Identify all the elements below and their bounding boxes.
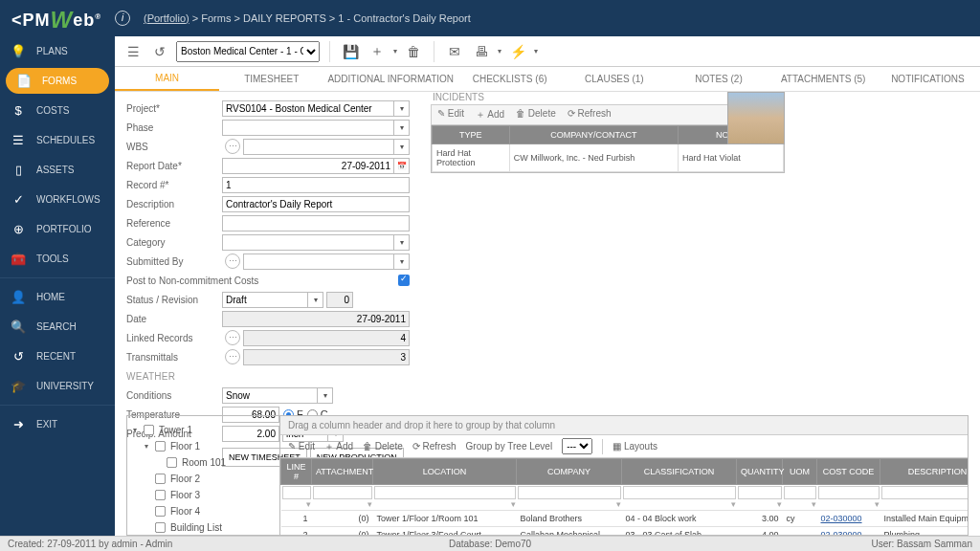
grid-edit-button[interactable]: ✎ Edit [288,441,315,452]
grid-filter-input[interactable] [784,486,816,499]
subby-field[interactable] [243,253,394,270]
wbs-dd[interactable]: ▾ [394,139,410,155]
subby-dd[interactable]: ▾ [394,253,410,270]
grid-col-header[interactable]: UOM [783,459,817,485]
history-icon[interactable]: ↺ [149,41,170,62]
reportdate-field[interactable] [222,158,394,174]
ref-field[interactable] [222,215,410,231]
grid-group-select[interactable]: --- [562,438,592,454]
tab-main[interactable]: MAIN [115,67,219,91]
post-checkbox[interactable] [398,275,410,286]
tab-attachments-5-[interactable]: ATTACHMENTS (5) [771,68,876,90]
nav-costs[interactable]: $COSTS [0,96,115,125]
info-icon[interactable]: i [115,11,130,26]
bc-daily-reports[interactable]: DAILY REPORTS [243,12,326,24]
grid-col-header[interactable]: ATTACHMENT [312,459,373,485]
cat-field[interactable] [222,234,394,251]
tree-checkbox[interactable] [155,490,166,500]
add-icon[interactable]: ＋ [367,41,388,62]
nav-plans[interactable]: 💡PLANS [0,36,115,66]
tab-timesheet[interactable]: TIMESHEET [219,68,323,90]
inc-refresh-button[interactable]: ⟳ Refresh [568,108,612,121]
nav-assets[interactable]: ▯ASSETS [0,155,115,185]
cost-code-link[interactable]: 02-030000 [821,530,862,535]
grid-col-header[interactable]: QUANTITY [737,459,783,485]
grid-col-header[interactable]: LOCATION [373,459,517,485]
phase-field[interactable] [222,120,394,136]
record-select[interactable]: Boston Medical Center - 1 - Contract [176,41,320,62]
tree-node[interactable]: Floor 3 [133,487,274,503]
tree-checkbox[interactable] [155,474,166,484]
tree-node[interactable]: ▾Tower 1 [133,422,274,438]
save-icon[interactable]: 💾 [340,41,361,62]
tree-checkbox[interactable] [144,425,154,435]
cond-dd[interactable]: ▾ [318,387,333,404]
nav-workflows[interactable]: ✓WORKFLOWS [0,185,115,214]
nav-forms[interactable]: 📄FORMS [6,68,109,94]
list-view-icon[interactable]: ☰ [122,41,144,62]
grid-filter-input[interactable] [518,486,621,499]
nav-home[interactable]: 👤HOME [0,282,115,312]
nav-search[interactable]: 🔍SEARCH [0,312,115,342]
tab-checklists-6-[interactable]: CHECKLISTS (6) [457,68,562,90]
grid-layouts-button[interactable]: ▦ Layouts [612,441,657,452]
print-icon[interactable]: 🖶 [471,41,492,62]
tree-node[interactable]: Building List [133,519,274,535]
grid-col-header[interactable]: CLASSIFICATION [622,459,737,485]
tree-checkbox[interactable] [167,457,177,468]
tab-notifications[interactable]: NOTIFICATIONS [876,68,980,90]
cost-code-link[interactable]: 02-030000 [821,514,862,523]
recordno-field[interactable] [222,177,410,193]
grid-refresh-button[interactable]: ⟳ Refresh [412,441,457,452]
group-by-bar[interactable]: Drag a column header and drop it here to… [280,416,968,435]
grid-filter-input[interactable] [738,486,782,499]
inc-edit-button[interactable]: ✎ Edit [437,108,464,121]
grid-filter-input[interactable] [818,486,880,499]
status-field[interactable] [222,292,308,308]
grid-col-header[interactable]: COMPANY [517,459,622,485]
tab-clauses-1-[interactable]: CLAUSES (1) [562,68,666,90]
grid-row[interactable]: 2(0)Tower 1/Floor 3/Food CourtCallahan M… [281,527,969,536]
wbs-more-icon[interactable]: ⋯ [225,139,240,154]
bc-portfolio[interactable]: (Portfolio) [144,12,189,24]
phase-dd[interactable]: ▾ [394,120,410,136]
project-dd[interactable]: ▾ [394,100,410,117]
trans-more-icon[interactable]: ⋯ [225,349,240,364]
nav-recent[interactable]: ↺RECENT [0,342,115,371]
grid-filter-input[interactable] [623,486,736,499]
tree-node[interactable]: ▾Floor 1 [133,438,274,454]
cond-field[interactable] [222,387,318,404]
inc-add-button[interactable]: ＋ Add [476,108,504,121]
cat-dd[interactable]: ▾ [394,234,410,251]
tab-notes-2-[interactable]: NOTES (2) [666,68,770,90]
tree-node[interactable]: Room 101 [133,454,274,471]
grid-filter-input[interactable] [282,486,311,499]
grid-delete-button[interactable]: 🗑 Delete [363,441,403,452]
bc-forms[interactable]: Forms [201,12,231,24]
tree-checkbox[interactable] [155,522,166,533]
grid-add-button[interactable]: ＋ Add [324,440,353,453]
desc-field[interactable] [222,196,410,212]
incident-row[interactable]: Hard Hat ProtectionCW Millwork, Inc. - N… [433,144,784,172]
mail-icon[interactable]: ✉ [444,41,465,62]
tree-node[interactable]: Floor 4 [133,503,274,519]
nav-schedules[interactable]: ☰SCHEDULES [0,125,115,155]
status-dd[interactable]: ▾ [308,292,323,308]
project-field[interactable] [222,100,394,117]
grid-filter-input[interactable] [313,486,372,499]
tab-additional-information[interactable]: ADDITIONAL INFORMATION [323,68,457,90]
grid-col-header[interactable]: COST CODE [817,459,880,485]
tree-checkbox[interactable] [155,441,166,452]
grid-filter-input[interactable] [374,486,516,499]
grid-filter-input[interactable] [881,486,969,499]
grid-row[interactable]: 1(0)Tower 1/Floor 1/Room 101Boland Broth… [281,511,969,527]
revision-field[interactable] [326,292,353,308]
inc-delete-button[interactable]: 🗑 Delete [516,108,556,121]
nav-tools[interactable]: 🧰TOOLS [0,244,115,274]
linked-more-icon[interactable]: ⋯ [225,330,240,345]
wbs-field[interactable] [243,139,394,155]
subby-more-icon[interactable]: ⋯ [225,253,240,269]
attachment-thumbnail[interactable] [727,92,785,144]
tree-node[interactable]: Floor 2 [133,471,274,487]
calendar-icon[interactable]: 📅 [394,158,410,174]
